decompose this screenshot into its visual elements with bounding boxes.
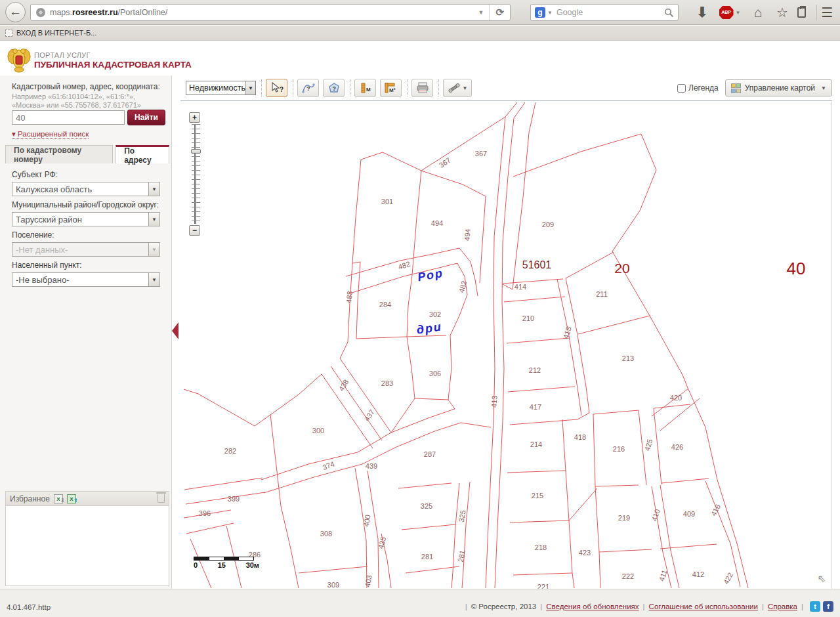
tool-area-info-button[interactable]: ? [323,79,345,97]
parcel-label: 396 [199,509,211,517]
legend-checkbox[interactable] [677,84,686,93]
footer-link[interactable]: Соглашение об использовании [649,603,758,610]
twitter-icon[interactable]: t [810,601,820,612]
favorites-panel: Избранное X⬇ X⬆ [5,491,169,586]
footer-link[interactable]: Справка [768,603,797,610]
parcel-label: 425 [643,438,654,452]
tab-by-cadastral-number[interactable]: По кадастровому номеру [5,145,113,163]
url-dropdown-icon[interactable]: ▼ [473,9,490,16]
parcel-label: 494 [431,219,443,227]
select-arrow-icon[interactable]: ▼ [148,182,159,196]
cadastral-map[interactable]: 3673673014944942094824824142114832843022… [180,101,832,589]
field-select-1[interactable]: Тарусский район▼ [12,212,160,226]
svg-text:?: ? [332,85,336,92]
parcel-boundary [402,524,455,530]
bookmark-item[interactable]: ВХОД В ИНТЕРНЕТ-Б... [16,29,96,37]
map-manage-label: Управление картой [745,83,815,93]
parcel-label: 300 [312,427,324,435]
collapse-sidebar-handle[interactable] [172,322,178,339]
map-canvas[interactable]: 3673673014944942094824824142114832843022… [180,100,832,589]
print-button[interactable] [411,79,433,97]
parcel-label: 222 [622,572,634,580]
parcel-boundary [578,316,650,334]
select-arrow-icon[interactable]: ▼ [148,213,159,226]
select-arrow-icon: ▼ [148,243,159,256]
search-hint-2: «Москва» или «55.755768, 37.617671» [12,101,141,109]
downloads-icon[interactable]: ⬇ [690,3,714,22]
back-button[interactable]: ← [5,2,26,22]
footer-link[interactable]: Сведения об обновлениях [546,603,639,610]
tools-button[interactable]: ▼ [443,79,472,97]
zoom-in-button[interactable]: + [189,112,200,123]
zoom-slider-handle[interactable] [191,149,201,154]
field-select-0[interactable]: Калужская область▼ [12,182,160,196]
version-text: 4.01.467.http [7,603,51,611]
parcel-label: 399 [228,495,240,503]
reload-icon[interactable]: ⟳ [489,5,510,20]
layer-select[interactable]: Недвижимость ▼ [186,81,256,95]
tool-identify-button[interactable]: ? [266,79,287,97]
parcel-boundary [504,297,565,302]
menu-icon[interactable]: ☰ [816,5,837,20]
trash-icon[interactable] [158,494,165,503]
adblock-badge: ABP [719,6,734,19]
parcel-label: 494 [463,228,472,241]
parcel-boundary [261,433,391,480]
site-identity-icon [36,8,45,17]
parcel-label: 374 [322,459,335,471]
export-excel-icon[interactable]: X⬇ [54,494,63,503]
home-icon[interactable]: ⌂ [747,3,769,22]
search-icon[interactable] [664,8,674,18]
tool-measure-area-button[interactable]: М² [380,79,402,97]
adblock-dropdown-icon[interactable]: ▼ [736,10,741,16]
parcel-boundary [299,566,368,573]
parcel-boundary [578,413,589,419]
search-engine-dropdown-icon[interactable]: ▼ [547,10,553,16]
site-header: ПОРТАЛ УСЛУГ ПУБЛИЧНАЯ КАДАСТРОВАЯ КАРТА [0,41,840,75]
facebook-icon[interactable]: f [823,601,833,612]
zoom-slider[interactable] [194,124,196,224]
parcel-boundary [184,389,270,426]
bookmark-favicon [5,30,12,37]
wrench-icon [448,82,461,94]
find-button[interactable]: Найти [127,110,165,125]
parcel-label: 287 [424,450,436,458]
parcel-boundary [340,342,348,358]
address-fields: Субъект РФ:Калужская область▼Муниципальн… [0,166,172,287]
map-manage-button[interactable]: Управление картой ▼ [725,79,832,96]
tools-dropdown-icon[interactable]: ▼ [463,85,468,91]
parcel-label: 417 [530,403,541,411]
zoom-out-button[interactable]: − [189,225,200,236]
scale-0: 0 [194,561,198,569]
parcel-label: 301 [381,198,393,205]
parcel-boundary [186,523,234,534]
parcel-boundary [660,544,717,549]
parcel-label: 209 [542,221,554,228]
bookmark-star-icon[interactable]: ☆ [772,3,793,22]
browser-toolbar: ← maps.rosreestr.ru/PortalOnline/ ▼ ⟳ g … [0,0,840,25]
bookmarks-list-icon[interactable] [791,3,811,22]
parcel-label: 212 [529,366,541,374]
address-bar[interactable]: maps.rosreestr.ru/PortalOnline/ ▼ ⟳ [30,4,511,21]
field-select-3[interactable]: -Не выбрано-▼ [12,272,160,287]
advanced-search-link[interactable]: Расширенный поиск [12,129,89,139]
parcel-boundary [421,117,505,171]
tool-measure-distance-button[interactable]: М [354,79,376,97]
layer-select-arrow-icon[interactable]: ▼ [245,81,255,95]
legend-label[interactable]: Легенда [688,83,719,93]
search-input[interactable] [12,110,125,125]
parcel-label: 214 [530,440,542,448]
import-excel-icon[interactable]: X⬆ [67,494,76,503]
search-bar[interactable]: g ▼ Google [530,4,679,21]
adblock-icon[interactable]: ABP ▼ [717,3,743,22]
field-select-2: -Нет данных-▼ [12,242,160,257]
parcel-boundary [368,471,379,588]
parcel-boundary [507,471,566,473]
tool-line-info-button[interactable]: ? [297,79,319,97]
parcel-boundary [495,118,514,588]
tab-by-address[interactable]: По адресу [116,145,169,163]
select-arrow-icon[interactable]: ▼ [148,273,159,286]
parcel-label: 414 [514,283,526,291]
parcel-boundary [421,171,486,196]
parcel-boundary [270,374,322,415]
